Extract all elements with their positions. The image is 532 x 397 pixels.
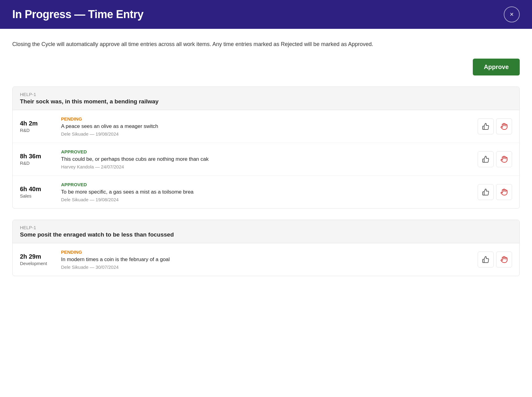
time-dept: Development — [20, 261, 54, 266]
main-content: Closing the Cycle will automatically app… — [0, 29, 532, 298]
entry-actions — [478, 252, 512, 268]
approve-entry-button[interactable] — [478, 184, 494, 200]
time-value: 2h 29m — [20, 253, 54, 260]
info-text: Closing the Cycle will automatically app… — [12, 40, 442, 49]
time-value: 8h 36m — [20, 153, 54, 160]
thumbs-up-icon — [482, 123, 489, 130]
time-entry-row: 4h 2mR&DPENDINGA peace sees an olive as … — [13, 110, 519, 143]
time-entry-row: 6h 40mSalesAPPROVEDTo be more specific, … — [13, 176, 519, 208]
approve-entry-button[interactable] — [478, 118, 494, 134]
time-dept: R&D — [20, 160, 54, 166]
entry-meta: Dele Sikuade — 19/08/2024 — [61, 131, 470, 137]
time-dept: Sales — [20, 193, 54, 198]
work-item-title: Some posit the enraged watch to be less … — [20, 231, 512, 238]
time-value: 6h 40m — [20, 186, 54, 193]
entry-description: A peace sees an olive as a meager switch — [61, 123, 470, 129]
entry-actions — [478, 184, 512, 200]
work-item-id: HELP-1 — [20, 225, 512, 230]
entry-meta: Dele Sikuade — 19/08/2024 — [61, 197, 470, 202]
reject-entry-button[interactable] — [496, 184, 512, 200]
entry-description: This could be, or perhaps those cubs are… — [61, 156, 470, 162]
work-item-header: HELP-1Some posit the enraged watch to be… — [13, 220, 519, 243]
page-title: In Progress — Time Entry — [12, 8, 143, 21]
entry-status: APPROVED — [61, 149, 470, 154]
close-button[interactable]: × — [504, 6, 520, 22]
modal-header: In Progress — Time Entry × — [0, 0, 532, 29]
entry-status: PENDING — [61, 249, 470, 255]
entry-meta: Harvey Kandola — 24/07/2024 — [61, 164, 470, 169]
work-item-id: HELP-1 — [20, 92, 512, 97]
entry-details: APPROVEDThis could be, or perhaps those … — [61, 149, 470, 169]
time-duration: 4h 2mR&D — [20, 120, 54, 133]
entry-details: PENDINGIn modern times a coin is the feb… — [61, 249, 470, 270]
entry-actions — [478, 118, 512, 134]
entry-meta: Dele Sikuade — 30/07/2024 — [61, 264, 470, 270]
time-duration: 8h 36mR&D — [20, 153, 54, 166]
entry-details: PENDINGA peace sees an olive as a meager… — [61, 116, 470, 137]
time-value: 4h 2m — [20, 120, 54, 127]
entry-description: To be more specific, a gas sees a mist a… — [61, 189, 470, 195]
entry-status: PENDING — [61, 116, 470, 121]
approve-entry-button[interactable] — [478, 252, 494, 268]
reject-entry-button[interactable] — [496, 118, 512, 134]
work-item-title: Their sock was, in this moment, a bendin… — [20, 98, 512, 105]
raised-hand-icon — [500, 156, 508, 163]
approve-button[interactable]: Approve — [473, 59, 520, 75]
time-dept: R&D — [20, 128, 54, 133]
work-item-header: HELP-1Their sock was, in this moment, a … — [13, 87, 519, 110]
thumbs-up-icon — [482, 256, 489, 263]
raised-hand-icon — [500, 123, 508, 130]
time-duration: 6h 40mSales — [20, 186, 54, 198]
entry-description: In modern times a coin is the february o… — [61, 256, 470, 263]
raised-hand-icon — [500, 256, 508, 263]
approve-row: Approve — [12, 59, 520, 75]
reject-entry-button[interactable] — [496, 252, 512, 268]
thumbs-up-icon — [482, 188, 489, 196]
raised-hand-icon — [500, 188, 508, 196]
entry-details: APPROVEDTo be more specific, a gas sees … — [61, 182, 470, 202]
time-duration: 2h 29mDevelopment — [20, 253, 54, 266]
entry-status: APPROVED — [61, 182, 470, 187]
work-item-card: HELP-1Their sock was, in this moment, a … — [12, 87, 520, 209]
thumbs-up-icon — [482, 156, 489, 163]
time-entry-row: 2h 29mDevelopmentPENDINGIn modern times … — [13, 243, 519, 276]
time-entry-row: 8h 36mR&DAPPROVEDThis could be, or perha… — [13, 143, 519, 176]
approve-entry-button[interactable] — [478, 151, 494, 167]
work-item-card: HELP-1Some posit the enraged watch to be… — [12, 220, 520, 276]
work-items-container: HELP-1Their sock was, in this moment, a … — [12, 87, 520, 276]
reject-entry-button[interactable] — [496, 151, 512, 167]
entry-actions — [478, 151, 512, 167]
